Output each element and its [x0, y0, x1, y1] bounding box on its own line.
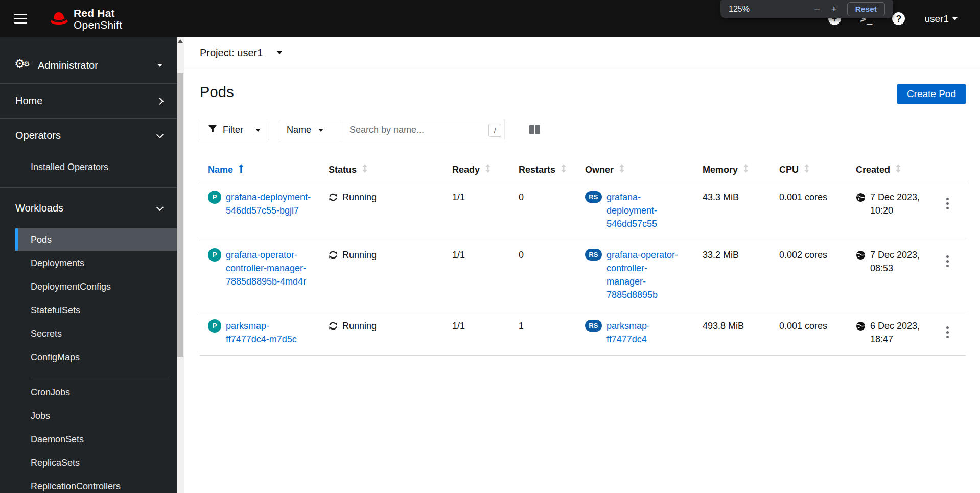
column-header-ready[interactable]: Ready: [444, 159, 510, 182]
sidebar-item-jobs[interactable]: Jobs: [15, 405, 177, 427]
zoom-out-button[interactable]: −: [811, 4, 823, 15]
sidebar-item-workloads[interactable]: Workloads: [0, 188, 177, 225]
ready-cell: 1/1: [444, 240, 510, 311]
owner-link[interactable]: grafana-deployment-546dd57c55: [606, 191, 686, 230]
column-header-status[interactable]: Status: [320, 159, 444, 182]
filter-toolbar: Filter Name /: [200, 120, 966, 140]
sidebar-item-label[interactable]: Pods: [15, 228, 177, 251]
pod-resource-icon: P: [208, 319, 221, 333]
page-title: Pods: [200, 84, 234, 101]
cpu-cell: 0.001 cores: [771, 311, 848, 355]
sidebar-item-label[interactable]: Secrets: [15, 322, 177, 345]
sidebar-item-operators[interactable]: Operators: [0, 119, 177, 153]
owner-link[interactable]: grafana-operator-controller-manager-7885…: [606, 248, 686, 301]
name-cell: P parksmap-ff7477dc4-m7d5c: [200, 311, 320, 355]
sidebar-item-deploymentconfigs[interactable]: DeploymentConfigs: [15, 275, 177, 298]
ready-cell: 1/1: [444, 182, 510, 240]
sidebar-item-label[interactable]: Jobs: [15, 405, 177, 427]
nav-toggle-hamburger-button[interactable]: [14, 9, 36, 29]
zoom-level-label: 125%: [729, 5, 750, 14]
sidebar-item-pods[interactable]: Pods: [15, 228, 177, 251]
column-header-owner[interactable]: Owner: [577, 159, 694, 182]
pods-table: Name Status Ready: [200, 159, 966, 356]
owner-cell: RS grafana-deployment-546dd57c55: [577, 182, 694, 240]
sort-both-icon: [619, 164, 625, 175]
kebab-menu-button[interactable]: [941, 322, 954, 342]
sidebar-item-home[interactable]: Home: [0, 84, 177, 118]
filter-dropdown[interactable]: Filter: [200, 120, 269, 140]
chevron-down-icon: [318, 129, 323, 132]
sidebar-item-replicationcontrollers[interactable]: ReplicationControllers: [15, 475, 177, 493]
columns-icon: [529, 124, 541, 136]
column-label: Status: [329, 165, 357, 175]
chevron-right-icon: [156, 97, 164, 104]
sidebar-item-statefulsets[interactable]: StatefulSets: [15, 299, 177, 321]
sidebar-item-deployments[interactable]: Deployments: [15, 252, 177, 274]
name-cell: P grafana-operator-controller-manager-78…: [200, 240, 320, 311]
kebab-menu-button[interactable]: [941, 251, 954, 271]
scrollbar-up-arrow[interactable]: [178, 39, 183, 43]
zoom-in-button[interactable]: +: [828, 4, 840, 15]
redhat-openshift-logo[interactable]: Red Hat OpenShift: [47, 7, 122, 31]
status-cell: Running: [320, 182, 444, 240]
status-cell: Running: [320, 311, 444, 355]
column-label: CPU: [779, 165, 799, 175]
globe-timestamp-icon: [856, 319, 866, 335]
project-selector[interactable]: Project: user1: [200, 47, 282, 59]
sidebar-item-installed-operators[interactable]: Installed Operators: [15, 156, 177, 178]
sidebar-item-label[interactable]: Deployments: [15, 252, 177, 274]
masthead: Red Hat OpenShift + >_ ? user1 125% − + …: [0, 0, 980, 37]
sidebar-item-label[interactable]: ReplicaSets: [15, 452, 177, 474]
sidebar-item-label[interactable]: StatefulSets: [15, 299, 177, 321]
user-menu-toggle[interactable]: user1: [924, 13, 958, 25]
brand-line1: Red Hat: [74, 7, 122, 19]
search-input[interactable]: [342, 120, 505, 140]
hamburger-bar: [14, 18, 27, 19]
column-header-created[interactable]: Created: [848, 159, 929, 182]
search-attribute-label: Name: [287, 125, 311, 135]
pod-link[interactable]: grafana-operator-controller-manager-7885…: [226, 248, 312, 288]
pod-link[interactable]: grafana-deployment-546dd57c55-bgjl7: [226, 191, 312, 217]
column-header-restarts[interactable]: Restarts: [510, 159, 577, 182]
scrollbar-thumb[interactable]: [177, 73, 183, 357]
sidebar-item-label[interactable]: ConfigMaps: [15, 346, 177, 368]
column-label: Memory: [703, 165, 738, 175]
column-label: Created: [856, 165, 890, 175]
status-text: Running: [342, 248, 377, 262]
sidebar-item-label[interactable]: Installed Operators: [15, 156, 177, 178]
hamburger-bar: [14, 14, 27, 15]
owner-link[interactable]: parksmap-ff7477dc4: [606, 319, 686, 346]
chevron-down-icon: [156, 131, 164, 138]
sync-running-icon: [329, 248, 338, 263]
create-pod-button[interactable]: Create Pod: [897, 84, 966, 104]
globe-timestamp-icon: [856, 248, 866, 264]
status-cell: Running: [320, 240, 444, 311]
column-header-cpu[interactable]: CPU: [771, 159, 848, 182]
zoom-reset-button[interactable]: Reset: [847, 2, 885, 16]
sidebar-item-label: Home: [15, 95, 42, 107]
ready-cell: 1/1: [444, 311, 510, 355]
sidebar-item-label[interactable]: ReplicationControllers: [15, 475, 177, 493]
sidebar-item-daemonsets[interactable]: DaemonSets: [15, 428, 177, 451]
sidebar-item-configmaps[interactable]: ConfigMaps: [15, 346, 177, 368]
kebab-menu-button[interactable]: [941, 194, 954, 214]
manage-columns-button[interactable]: [529, 124, 541, 136]
sidebar-item-replicasets[interactable]: ReplicaSets: [15, 452, 177, 474]
status-text: Running: [342, 191, 377, 204]
sidebar-item-label[interactable]: CronJobs: [15, 381, 177, 404]
created-timestamp: 7 Dec 2023, 08:53: [870, 248, 921, 275]
pod-link[interactable]: parksmap-ff7477dc4-m7d5c: [226, 319, 312, 346]
sidebar-item-cronjobs[interactable]: CronJobs: [15, 381, 177, 404]
column-header-name[interactable]: Name: [200, 159, 320, 182]
sidebar-item-secrets[interactable]: Secrets: [15, 322, 177, 345]
sidebar-item-label[interactable]: DeploymentConfigs: [15, 275, 177, 298]
sidebar-item-label[interactable]: DaemonSets: [15, 428, 177, 451]
help-button[interactable]: ?: [892, 12, 905, 25]
actions-cell: [929, 311, 966, 355]
perspective-switcher[interactable]: ⚙⚙ Administrator: [0, 37, 177, 83]
pod-resource-icon: P: [208, 248, 221, 262]
column-header-memory[interactable]: Memory: [694, 159, 771, 182]
search-attribute-dropdown[interactable]: Name: [279, 120, 342, 140]
sidebar-nav: ⚙⚙ Administrator Home Operators Installe…: [0, 37, 177, 493]
sidebar-item-label: Operators: [15, 130, 61, 142]
